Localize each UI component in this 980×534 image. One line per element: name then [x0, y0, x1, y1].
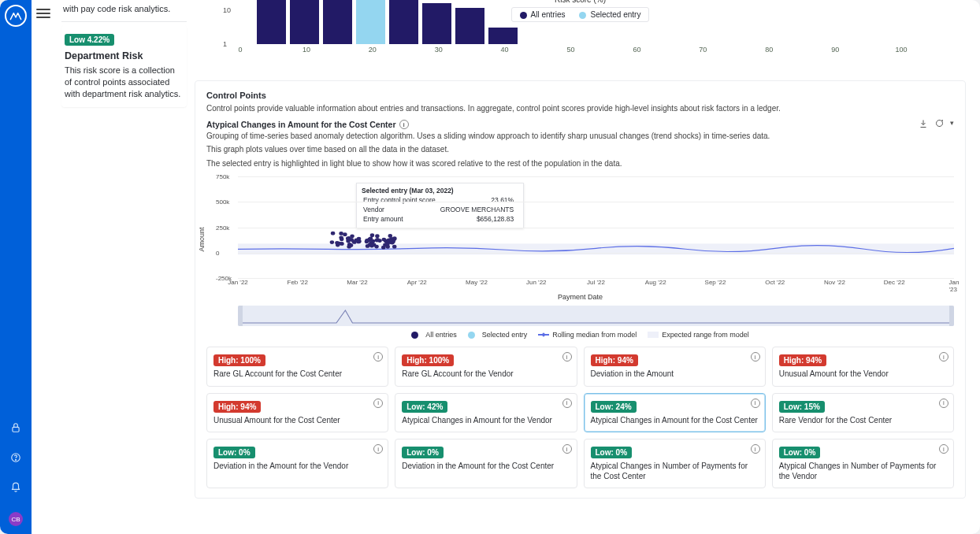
svg-point-54 — [357, 237, 361, 241]
tooltip-val: GROOVE MERCHANTS — [440, 206, 518, 213]
cp-badge: Low: 15% — [779, 401, 825, 413]
control-points-panel: Control Points Control points provide va… — [195, 80, 966, 499]
ts-xtick: Aug '22 — [645, 279, 666, 286]
hist-bar[interactable] — [257, 0, 286, 44]
main-content: 1 10 0102030405060708090100 Risk score (… — [191, 0, 980, 534]
tooltip-key: Entry control point score — [363, 196, 439, 204]
hist-bar[interactable] — [488, 28, 518, 44]
cp-badge: Low: 24% — [591, 401, 637, 413]
hist-bar[interactable] — [422, 3, 451, 44]
app-logo[interactable] — [5, 5, 27, 27]
ts-xtick: Oct '22 — [765, 279, 785, 286]
svg-point-29 — [382, 238, 386, 242]
ts-ytick: 0 — [216, 249, 219, 256]
info-icon[interactable]: i — [399, 120, 409, 129]
cp-badge: High: 94% — [213, 401, 261, 413]
svg-rect-0 — [13, 427, 19, 432]
cp-title: Rare GL Account for the Cost Center — [213, 369, 381, 380]
hist-bar[interactable] — [356, 0, 385, 44]
svg-point-38 — [374, 245, 378, 249]
ts-lg-3: Expected range from model — [662, 331, 749, 339]
cp-badge: High: 100% — [213, 354, 265, 366]
info-icon[interactable]: i — [373, 352, 383, 362]
ts-lg-0: All entries — [425, 331, 457, 339]
info-icon[interactable]: i — [939, 399, 948, 408]
svg-point-44 — [387, 238, 391, 242]
brush-handle-right[interactable] — [949, 306, 954, 326]
download-icon[interactable] — [919, 119, 928, 131]
control-point-card[interactable]: Low: 24%iAtypical Changes in Amount for … — [584, 393, 766, 433]
svg-point-62 — [366, 239, 369, 243]
hist-bar[interactable] — [290, 0, 319, 44]
ts-xtick: Dec '22 — [884, 279, 905, 286]
svg-point-48 — [331, 232, 335, 235]
info-icon[interactable]: i — [939, 444, 948, 454]
dept-risk-card[interactable]: Low 4.22% Department Risk This risk scor… — [61, 25, 187, 108]
cp-title: Deviation in the Amount — [591, 369, 759, 380]
help-icon[interactable] — [9, 451, 23, 465]
comment-icon[interactable] — [934, 119, 944, 131]
svg-point-5 — [343, 232, 347, 236]
cp-title: Rare Vendor for the Cost Center — [779, 416, 947, 426]
control-point-card[interactable]: Low: 42%iAtypical Changes in Amount for … — [395, 393, 577, 433]
info-icon[interactable]: i — [751, 444, 760, 454]
ts-xtick: Jan '22 — [228, 279, 248, 286]
cp-title: Atypical Changes in Amount for the Cost … — [591, 416, 759, 426]
info-icon[interactable]: i — [751, 352, 760, 362]
tooltip-key: Vendor — [363, 206, 439, 213]
control-point-card[interactable]: High: 94%iDeviation in the Amount — [584, 347, 766, 387]
svg-point-43 — [375, 238, 379, 242]
info-icon[interactable]: i — [939, 352, 948, 362]
avatar[interactable]: CB — [9, 512, 23, 526]
cp-badge: Low: 0% — [213, 447, 255, 458]
brush-tick: Jul '22 — [588, 325, 604, 326]
info-icon[interactable]: i — [562, 399, 572, 408]
hist-bar[interactable] — [389, 0, 418, 44]
menu-toggle[interactable] — [36, 6, 50, 20]
info-icon[interactable]: i — [562, 352, 572, 362]
info-icon[interactable]: i — [373, 444, 383, 454]
cp-badge: Low: 0% — [402, 447, 444, 458]
ts-xlabel: Payment Date — [206, 293, 954, 301]
control-point-card[interactable]: High: 94%iUnusual Amount for the Vendor — [772, 347, 954, 387]
svg-point-60 — [381, 246, 385, 250]
control-point-card[interactable]: Low: 0%iAtypical Changes in Number of Pa… — [584, 439, 766, 488]
ts-ylabel: Amount — [198, 227, 206, 251]
control-point-grid: High: 100%iRare GL Account for the Cost … — [206, 347, 954, 488]
ts-xtick: Jan '23 — [949, 279, 960, 293]
ts-lg-2: Rolling median from model — [552, 331, 637, 339]
ts-tooltip: Selected entry (Mar 03, 2022) Entry cont… — [356, 183, 524, 228]
ts-lg-1: Selected entry — [482, 331, 528, 339]
control-point-card[interactable]: High: 94%iUnusual Amount for the Cost Ce… — [206, 393, 388, 433]
hist-bar[interactable] — [323, 0, 352, 44]
control-point-card[interactable]: Low: 0%iDeviation in the Amount for the … — [395, 439, 577, 488]
bell-icon[interactable] — [9, 480, 23, 495]
side-panel: with pay code risk analytics. Low 4.22% … — [54, 0, 191, 534]
chevron-down-icon[interactable]: ▾ — [950, 119, 954, 131]
ts-ytick: 500k — [216, 198, 229, 206]
svg-point-56 — [385, 245, 389, 249]
ts-brush[interactable]: May '22Jul '22Sep '22Nov '22 — [238, 306, 954, 326]
control-point-card[interactable]: High: 100%iRare GL Account for the Cost … — [206, 347, 388, 387]
control-point-card[interactable]: Low: 0%iDeviation in the Amount for the … — [206, 439, 388, 488]
control-point-card[interactable]: Low: 15%iRare Vendor for the Cost Center — [772, 393, 954, 433]
tooltip-title: Selected entry (Mar 03, 2022) — [362, 187, 518, 195]
cp-badge: Low: 42% — [402, 401, 447, 413]
control-point-card[interactable]: Low: 0%iAtypical Changes in Number of Pa… — [772, 439, 954, 488]
hist-bar[interactable] — [455, 8, 484, 45]
brush-handle-left[interactable] — [238, 306, 243, 326]
tooltip-key: Entry amount — [363, 215, 439, 223]
control-point-card[interactable]: High: 100%iRare GL Account for the Vendo… — [395, 347, 577, 387]
info-icon[interactable]: i — [751, 399, 760, 408]
info-icon[interactable]: i — [562, 444, 572, 454]
cp-title: Atypical Changes in Amount for the Vendo… — [402, 416, 570, 426]
hist-xtick: 80 — [765, 46, 773, 54]
cp-badge: Low: 0% — [779, 447, 821, 458]
brush-tick: Sep '22 — [707, 325, 727, 326]
dept-risk-badge: Low 4.22% — [65, 34, 114, 46]
panel-sub-desc3: The selected entry is highlighted in lig… — [206, 158, 954, 169]
lock-icon[interactable] — [9, 421, 23, 435]
cp-badge: High: 94% — [591, 354, 638, 366]
timeseries-chart: Amount Selected entry (Mar 03, 2022) Ent… — [206, 176, 954, 302]
info-icon[interactable]: i — [373, 399, 383, 408]
